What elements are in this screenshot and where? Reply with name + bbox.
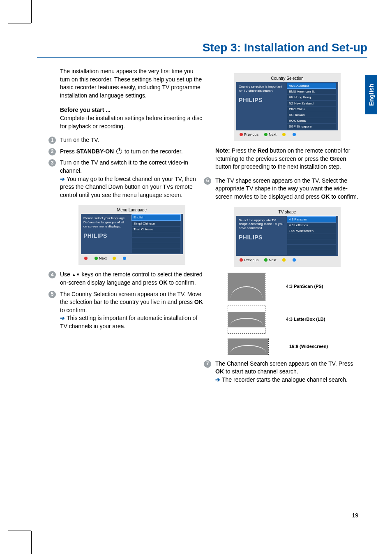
result-arrow-icon: ➔ <box>60 176 65 182</box>
step-5-text: The Country Selection screen appears on … <box>60 290 204 331</box>
osd-menu-language-figure: Menu Language Please select your languag… <box>78 205 185 265</box>
osd-brand: PHILIPS <box>239 97 285 104</box>
up-down-keys-icon: ▲▼ <box>72 272 80 278</box>
step-7-text: The Channel Search screen appears on the… <box>215 360 359 384</box>
osd-title: Menu Language <box>81 207 183 213</box>
red-dot-icon <box>240 133 243 136</box>
note-paragraph: Note: Press the Red button on the remote… <box>215 147 359 171</box>
osd-option: AUS Australia <box>287 83 336 88</box>
green-dot-icon <box>264 258 267 262</box>
language-side-tab-label: English <box>368 83 375 106</box>
osd-option: Simpl Chinese <box>132 221 180 226</box>
osd-option: 4:3 Panscan <box>287 217 336 222</box>
intro-paragraph: The installation menu appears the very f… <box>60 67 204 100</box>
osd-option: English <box>132 215 180 220</box>
osd-option: ROK Korea <box>287 118 336 123</box>
green-dot-icon <box>264 133 267 136</box>
step-bullet-5: 5 <box>48 291 56 298</box>
osd-help-text: Country selection is important for TV ch… <box>239 85 285 93</box>
step-2: 2 Press STANDBY-ON to turn on the record… <box>48 148 204 156</box>
before-you-start-text: Complete the installation settings befor… <box>60 114 204 130</box>
page-heading: Step 3: Installation and Set-up <box>37 41 367 58</box>
yellow-dot-icon <box>282 133 286 136</box>
step-bullet-6: 6 <box>204 177 211 185</box>
osd-brand: PHILIPS <box>83 232 129 239</box>
step-2-text: Press STANDBY-ON to turn on the recorder… <box>60 148 204 156</box>
osd-option: 16:9 Widescreen <box>287 228 336 234</box>
tv-shape-label: 16:9 (Widescreen) <box>289 343 328 350</box>
osd-tv-shape-figure: TV shape Select the appropriate TV shape… <box>234 207 341 267</box>
tv-shape-label: 4:3 PanScan (PS) <box>286 283 323 290</box>
language-side-tab: English <box>365 75 377 114</box>
before-you-start-heading: Before you start ... <box>60 106 204 114</box>
osd-title: TV shape <box>236 209 338 215</box>
tv-shape-widescreen-example: 16:9 (Widescreen) <box>228 338 359 355</box>
osd-option: PRC China <box>287 107 336 112</box>
osd-footer: Previous Next <box>236 130 338 139</box>
manual-page: Step 3: Installation and Set-up English … <box>0 0 392 554</box>
red-dot-icon <box>240 258 243 262</box>
osd-title: Country Selection <box>236 76 338 81</box>
crop-mark <box>8 23 31 23</box>
result-arrow-icon: ➔ <box>60 315 65 321</box>
osd-option: HK Hong Kong <box>287 95 336 100</box>
step-5: 5 The Country Selection screen appears o… <box>48 290 204 331</box>
tv-shape-letterbox-example: 4:3 LetterBox (LB) <box>228 306 359 334</box>
step-bullet-2: 2 <box>48 148 56 155</box>
step-4: 4 Use ▲▼ keys on the remote control to s… <box>48 271 204 287</box>
osd-option: Trad Chinese <box>132 227 180 232</box>
yellow-dot-icon <box>282 258 286 262</box>
step-bullet-7: 7 <box>204 360 211 368</box>
osd-option: BMU American B. <box>287 89 336 94</box>
osd-footer: Next <box>81 254 183 263</box>
osd-help-text: Please select your language. Defines the… <box>83 216 129 228</box>
tv-shape-panscan-example: 4:3 PanScan (PS) <box>228 273 359 301</box>
step-6: 6 The TV shape screen appears on the TV.… <box>204 177 359 201</box>
osd-option: SGP Singapore <box>287 124 336 129</box>
panscan-illustration <box>228 273 265 301</box>
step-6-text: The TV shape screen appears on the TV. S… <box>215 177 359 201</box>
blue-dot-icon <box>123 257 126 260</box>
step-1-text: Turn on the TV. <box>60 136 204 144</box>
osd-option: RC Taiwan <box>287 112 336 118</box>
crop-mark <box>31 0 32 23</box>
osd-country-selection-figure: Country Selection Country selection is i… <box>234 73 341 141</box>
step-bullet-3: 3 <box>48 159 56 167</box>
crop-mark <box>8 531 31 531</box>
step-bullet-4: 4 <box>48 271 56 278</box>
step-3-text: Turn on the TV and switch it to the corr… <box>60 159 204 199</box>
osd-option: NZ New Zealand <box>287 101 336 106</box>
step-3: 3 Turn on the TV and switch it to the co… <box>48 159 204 199</box>
osd-help-text: Select the appropriate TV shape accordin… <box>239 218 285 230</box>
step-7: 7 The Channel Search screen appears on t… <box>204 360 359 384</box>
letterbox-illustration <box>228 312 265 327</box>
crop-mark <box>31 531 32 554</box>
green-dot-icon <box>95 257 98 260</box>
osd-footer: Previous Next <box>236 256 338 264</box>
step-bullet-1: 1 <box>48 137 56 144</box>
yellow-dot-icon <box>113 257 116 260</box>
osd-brand: PHILIPS <box>239 234 285 241</box>
power-icon <box>116 148 122 154</box>
page-number: 19 <box>352 512 358 519</box>
tv-shape-label: 4:3 LetterBox (LB) <box>286 316 325 322</box>
step-4-text: Use ▲▼ keys on the remote control to sel… <box>60 271 204 287</box>
blue-dot-icon <box>293 133 296 136</box>
red-dot-icon <box>84 257 88 260</box>
right-column: Country Selection Country selection is i… <box>215 67 359 387</box>
left-column: The installation menu appears the very f… <box>60 67 204 387</box>
widescreen-illustration <box>228 338 268 355</box>
blue-dot-icon <box>293 258 296 262</box>
osd-option: 4:3 Letterbox <box>287 223 336 228</box>
step-1: 1 Turn on the TV. <box>48 136 204 144</box>
result-arrow-icon: ➔ <box>215 376 220 383</box>
body-columns: The installation menu appears the very f… <box>37 67 367 387</box>
